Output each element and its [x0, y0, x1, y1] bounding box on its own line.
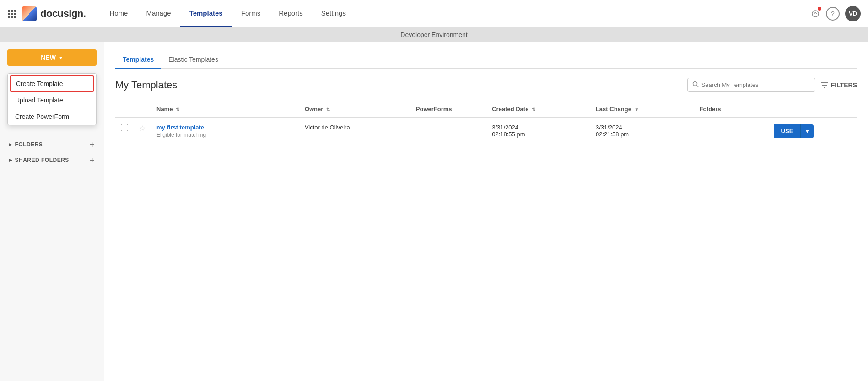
row-checkbox[interactable] [121, 124, 128, 131]
svg-line-19 [696, 86, 698, 87]
main-content: Templates Elastic Templates My Templates [104, 42, 868, 381]
svg-rect-6 [8, 16, 10, 18]
nav-forms[interactable]: Forms [232, 0, 270, 27]
avatar[interactable]: VD [845, 6, 861, 21]
new-button[interactable]: NEW ▼ [7, 49, 97, 66]
col-header-powerforms: PowerForms [410, 101, 486, 118]
nav-templates[interactable]: Templates [180, 0, 232, 27]
svg-rect-4 [11, 13, 13, 15]
col-header-actions [768, 101, 857, 118]
folders-add-button[interactable]: + [90, 140, 95, 149]
new-dropdown: Create Template Upload Template Create P… [7, 73, 97, 125]
row-owner: Victor de Oliveira [305, 124, 350, 131]
name-sort-icon: ⇅ [176, 107, 179, 112]
filters-button[interactable]: FILTERS [821, 81, 857, 89]
templates-table: Name ⇅ Owner ⇅ PowerForms Created Date ⇅ [115, 101, 857, 145]
logo[interactable]: docusign. [22, 6, 86, 21]
col-header-owner[interactable]: Owner ⇅ [299, 101, 410, 118]
col-header-lastchange[interactable]: Last Change ▼ [590, 101, 694, 118]
filters-label: FILTERS [831, 81, 857, 89]
tab-templates[interactable]: Templates [115, 51, 161, 69]
row-powerforms-cell [410, 118, 486, 145]
lastchange-sort-icon: ▼ [635, 107, 639, 112]
search-icon [692, 81, 699, 89]
new-button-arrow: ▼ [59, 55, 63, 60]
svg-point-18 [693, 82, 697, 86]
row-actions-cell: USE ▼ [768, 118, 857, 145]
folders-section-header: ▸ FOLDERS + [0, 135, 104, 150]
owner-sort-icon: ⇅ [326, 107, 330, 112]
row-star-icon[interactable]: ☆ [139, 124, 146, 132]
nav-reports[interactable]: Reports [270, 0, 312, 27]
row-lastchange-cell: 3/31/2024 02:21:58 pm [590, 118, 694, 145]
nav-settings[interactable]: Settings [312, 0, 355, 27]
svg-rect-3 [8, 13, 10, 15]
dropdown-create-template[interactable]: Create Template [10, 75, 94, 92]
row-checkbox-cell [115, 118, 134, 145]
sidebar: NEW ▼ Create Template Upload Template Cr… [0, 42, 104, 381]
shared-folders-add-button[interactable]: + [90, 156, 95, 164]
created-time: 02:18:55 pm [492, 131, 585, 138]
logo-text: docusign. [40, 8, 86, 20]
env-banner: Developer Environment [0, 27, 868, 42]
row-star-cell: ☆ [134, 118, 151, 145]
use-button-group: USE ▼ [774, 124, 852, 138]
nav-right: ? VD [810, 6, 861, 21]
col-header-created[interactable]: Created Date ⇅ [486, 101, 590, 118]
col-header-check [115, 101, 134, 118]
shared-folders-section-header: ▸ SHARED FOLDERS + [0, 150, 104, 166]
template-subtitle: Eligible for matching [156, 132, 294, 138]
search-box[interactable] [687, 78, 815, 92]
folders-label: FOLDERS [15, 141, 43, 148]
new-button-wrap: NEW ▼ Create Template Upload Template Cr… [0, 49, 104, 73]
table-header: Name ⇅ Owner ⇅ PowerForms Created Date ⇅ [115, 101, 857, 118]
use-button-dropdown[interactable]: ▼ [800, 124, 814, 138]
folders-toggle[interactable]: ▸ FOLDERS [9, 141, 43, 148]
table-row: ☆ my first template Eligible for matchin… [115, 118, 857, 145]
row-name-cell: my first template Eligible for matching [151, 118, 299, 145]
page-title: My Templates [115, 79, 177, 91]
help-button[interactable]: ? [826, 7, 840, 21]
logo-icon [22, 6, 37, 21]
tabs: Templates Elastic Templates [115, 51, 857, 69]
table-body: ☆ my first template Eligible for matchin… [115, 118, 857, 145]
svg-rect-0 [8, 10, 10, 12]
search-input[interactable] [701, 81, 810, 88]
use-button[interactable]: USE [774, 124, 801, 138]
page-header: My Templates [115, 78, 857, 92]
header-right: FILTERS [687, 78, 857, 92]
svg-rect-7 [11, 16, 13, 18]
dropdown-upload-template[interactable]: Upload Template [8, 92, 96, 108]
top-nav: docusign. Home Manage Templates Forms Re… [0, 0, 868, 27]
created-sort-icon: ⇅ [532, 107, 535, 112]
app-body: NEW ▼ Create Template Upload Template Cr… [0, 42, 868, 381]
col-header-star [134, 101, 151, 118]
lastchange-time: 02:21:58 pm [596, 131, 689, 138]
created-date: 3/31/2024 [492, 124, 585, 131]
col-header-folders: Folders [694, 101, 768, 118]
row-folders-cell [694, 118, 768, 145]
col-header-name[interactable]: Name ⇅ [151, 101, 299, 118]
svg-rect-8 [14, 16, 16, 18]
shared-folders-toggle[interactable]: ▸ SHARED FOLDERS [9, 157, 69, 163]
nav-home[interactable]: Home [100, 0, 137, 27]
svg-rect-1 [11, 10, 13, 12]
shared-folders-chevron: ▸ [9, 157, 12, 163]
nav-links: Home Manage Templates Forms Reports Sett… [100, 0, 810, 27]
svg-point-9 [812, 11, 819, 17]
lastchange-date: 3/31/2024 [596, 124, 689, 131]
notification-icon[interactable] [810, 8, 820, 19]
shared-folders-label: SHARED FOLDERS [15, 157, 69, 163]
row-owner-cell: Victor de Oliveira [299, 118, 410, 145]
folders-chevron: ▸ [9, 141, 12, 148]
nav-manage[interactable]: Manage [137, 0, 180, 27]
row-created-cell: 3/31/2024 02:18:55 pm [486, 118, 590, 145]
dropdown-create-powerform[interactable]: Create PowerForm [8, 108, 96, 125]
tab-elastic-templates[interactable]: Elastic Templates [161, 51, 226, 69]
notification-dot [818, 7, 821, 11]
svg-rect-5 [14, 13, 16, 15]
svg-rect-2 [14, 10, 16, 12]
template-name-link[interactable]: my first template [156, 124, 294, 131]
grid-menu-icon[interactable] [7, 9, 16, 18]
